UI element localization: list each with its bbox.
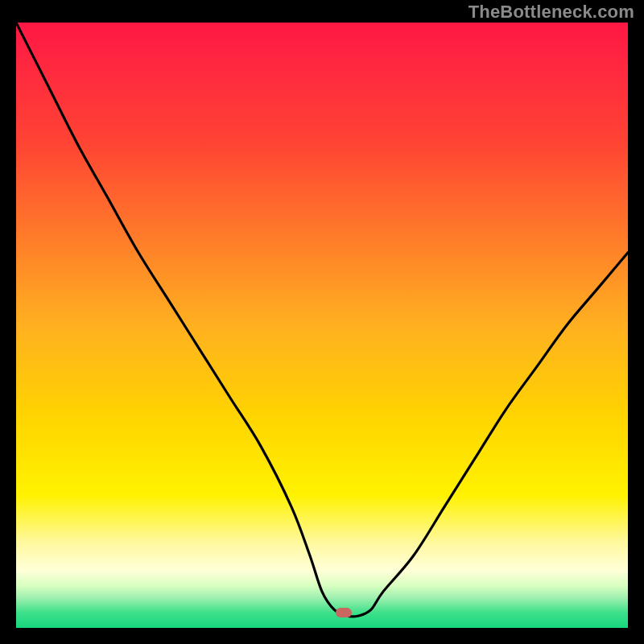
optimal-point-marker (336, 608, 352, 617)
chart-plot-area (16, 23, 628, 628)
watermark-text: TheBottleneck.com (469, 2, 634, 23)
bottleneck-curve-line (16, 23, 628, 628)
